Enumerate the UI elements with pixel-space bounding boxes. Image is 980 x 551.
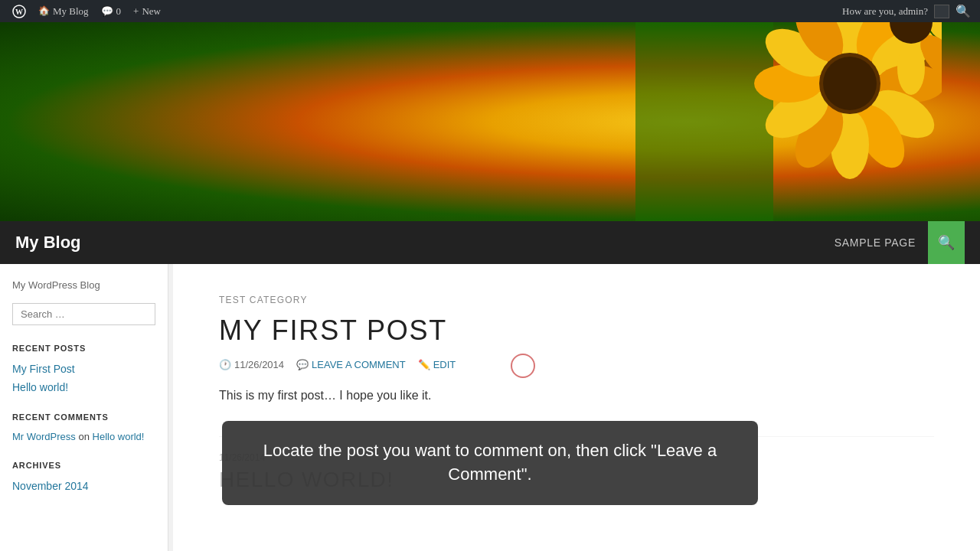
main-layout: My WordPress Blog RECENT POSTS My First …: [0, 264, 980, 551]
new-label: New: [142, 5, 161, 18]
content-area: TEST CATEGORY MY FIRST POST 🕐 11/26/2014…: [173, 264, 980, 551]
tooltip-overlay: Locate the post you want to comment on, …: [222, 421, 758, 505]
svg-rect-2: [635, 22, 773, 221]
archives-list: November 2014: [12, 479, 155, 493]
hero-flower-decoration: [635, 22, 942, 221]
search-nav-icon: 🔍: [938, 234, 955, 251]
list-item: Hello world!: [12, 380, 155, 394]
tooltip-text: Locate the post you want to comment on, …: [263, 441, 717, 484]
post-meta: 🕐 11/26/2014 💬 LEAVE A COMMENT ✏️ EDIT: [219, 359, 934, 370]
admin-search-icon[interactable]: 🔍: [952, 4, 974, 18]
recent-comments-heading: RECENT COMMENTS: [12, 412, 155, 422]
site-name-icon: 🏠: [38, 5, 50, 17]
archive-link-1[interactable]: November 2014: [12, 480, 89, 492]
svg-point-21: [897, 41, 925, 95]
list-item: My First Post: [12, 362, 155, 376]
plus-icon: +: [133, 5, 139, 18]
comment-author-link[interactable]: Mr WordPress: [12, 431, 76, 442]
recent-posts-heading: RECENT POSTS: [12, 344, 155, 353]
color-picker: [934, 5, 949, 18]
site-title[interactable]: My Blog: [15, 233, 81, 253]
admin-site-name: My Blog: [53, 5, 89, 18]
comment-bubble-icon: 💬: [296, 359, 309, 370]
search-nav-button[interactable]: 🔍: [928, 221, 965, 264]
search-input[interactable]: [12, 303, 155, 325]
comments-button[interactable]: 💬 0: [95, 0, 128, 22]
admin-greeting: How are you, admin?: [842, 5, 928, 18]
post-date: 🕐 11/26/2014: [219, 359, 284, 370]
post-category: TEST CATEGORY: [219, 295, 934, 305]
calendar-icon: 🕐: [219, 359, 231, 370]
comments-icon: 💬: [101, 5, 113, 18]
recent-post-link-2[interactable]: Hello world!: [12, 381, 68, 393]
wp-logo-button[interactable]: W: [6, 0, 32, 22]
archives-heading: ARCHIVES: [12, 461, 155, 470]
recent-posts-list: My First Post Hello world!: [12, 362, 155, 394]
post-content: This is my first post… I hope you like i…: [219, 386, 934, 406]
sidebar-subtitle: My WordPress Blog: [12, 279, 155, 291]
post-title: MY FIRST POST: [219, 315, 934, 347]
comment-post-link[interactable]: Hello world!: [93, 431, 145, 442]
pencil-icon: ✏️: [418, 359, 430, 370]
recent-post-link-1[interactable]: My First Post: [12, 363, 75, 375]
edit-link[interactable]: EDIT: [433, 359, 456, 370]
new-content-button[interactable]: + New: [127, 0, 167, 22]
post-comment-link-item: 💬 LEAVE A COMMENT: [296, 359, 406, 370]
svg-point-16: [823, 57, 877, 110]
comments-count: 0: [116, 5, 122, 18]
comment-on-text: on: [78, 431, 89, 442]
site-name-button[interactable]: 🏠 My Blog: [32, 0, 95, 22]
list-item: November 2014: [12, 479, 155, 493]
comment-item: Mr WordPress on Hello world!: [12, 431, 155, 442]
wordpress-icon: W: [12, 5, 26, 18]
post-edit-item: ✏️ EDIT: [418, 359, 456, 370]
leave-comment-link[interactable]: LEAVE A COMMENT: [312, 359, 406, 370]
site-header: My Blog SAMPLE PAGE 🔍: [0, 221, 980, 264]
nav-right: SAMPLE PAGE 🔍: [822, 221, 965, 264]
svg-text:W: W: [15, 8, 23, 16]
hero-banner: [0, 22, 980, 221]
admin-bar: W 🏠 My Blog 💬 0 + New How are you, admin…: [0, 0, 980, 22]
sample-page-link[interactable]: SAMPLE PAGE: [822, 221, 928, 264]
sidebar: My WordPress Blog RECENT POSTS My First …: [0, 264, 168, 551]
